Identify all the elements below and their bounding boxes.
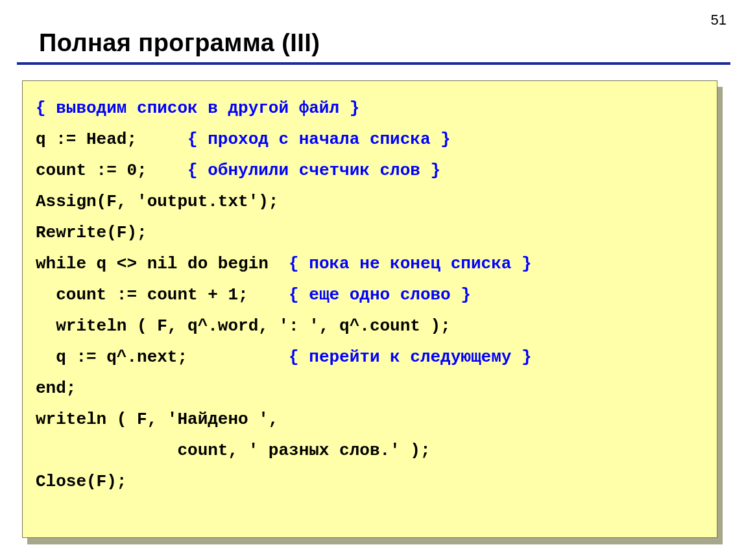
code-comment: { выводим список в другой файл }: [36, 99, 359, 118]
code-text: end;: [36, 379, 76, 398]
page-number: 51: [711, 12, 727, 29]
code-line: { выводим список в другой файл }: [36, 93, 704, 124]
code-line: count, ' разных слов.' );: [36, 435, 704, 466]
code-text: Close(F);: [36, 472, 126, 491]
code-text: count := 0;: [36, 161, 187, 180]
code-line: q := Head; { проход с начала списка }: [36, 124, 704, 155]
code-text: q := q^.next;: [36, 347, 289, 367]
code-line: count := count + 1; { еще одно слово }: [36, 279, 704, 310]
code-text: q := Head;: [36, 130, 187, 149]
page-title: Полная программа (III): [39, 29, 320, 57]
code-line: Rewrite(F);: [36, 217, 704, 248]
code-comment: { перейти к следующему }: [289, 347, 531, 367]
code-line: writeln ( F, 'Найдено ',: [36, 404, 704, 435]
code-line: end;: [36, 373, 704, 404]
code-text: while q <> nil do begin: [36, 254, 289, 274]
code-text: count, ' разных слов.' );: [36, 441, 431, 460]
code-line: q := q^.next; { перейти к следующему }: [36, 342, 704, 373]
code-line: Assign(F, 'output.txt');: [36, 186, 704, 217]
code-line: count := 0; { обнулили счетчик слов }: [36, 155, 704, 186]
code-block: { выводим список в другой файл }q := Hea…: [22, 80, 717, 538]
code-text: count := count + 1;: [36, 285, 289, 305]
code-text: writeln ( F, 'Найдено ',: [36, 410, 278, 429]
code-comment: { пока не конец списка }: [289, 254, 531, 274]
code-text: writeln ( F, q^.word, ': ', q^.count );: [36, 316, 451, 336]
code-line: while q <> nil do begin { пока не конец …: [36, 248, 704, 279]
code-line: Close(F);: [36, 466, 704, 497]
code-line: writeln ( F, q^.word, ': ', q^.count );: [36, 310, 704, 342]
code-text: Rewrite(F);: [36, 223, 147, 242]
code-comment: { проход с начала списка }: [187, 130, 451, 149]
code-comment: { еще одно слово }: [289, 285, 471, 305]
code-text: Assign(F, 'output.txt');: [36, 192, 278, 211]
code-comment: { обнулили счетчик слов }: [187, 161, 440, 180]
title-underline: [17, 62, 730, 65]
